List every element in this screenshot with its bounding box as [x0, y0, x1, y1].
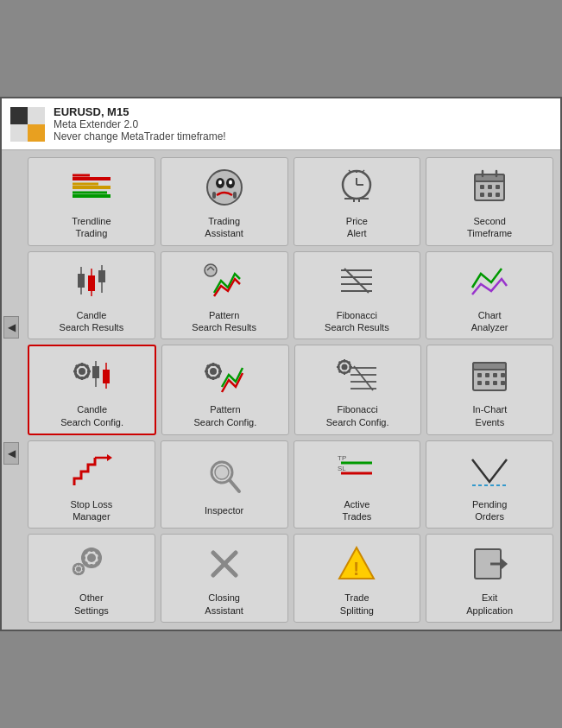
svg-line-128: [74, 572, 76, 573]
svg-rect-91: [477, 373, 482, 377]
svg-line-49: [344, 269, 369, 293]
second-timeframe-cell[interactable]: SecondTimeframe: [426, 157, 553, 246]
active-trades-icon: TP SL: [334, 448, 379, 493]
svg-rect-32: [488, 193, 492, 197]
grid-row-4: Stop LossManager Inspector: [28, 440, 553, 529]
svg-rect-94: [501, 373, 505, 377]
price-alert-icon: [334, 165, 379, 210]
fibonacci-search-config-label: FibonacciSearch Config.: [326, 403, 389, 428]
svg-line-103: [230, 480, 239, 491]
svg-point-42: [205, 264, 217, 276]
exit-application-icon: [467, 541, 512, 586]
fibonacci-search-config-icon: [335, 353, 380, 398]
pattern-search-config-cell[interactable]: PatternSearch Config.: [161, 345, 288, 435]
svg-rect-63: [103, 370, 110, 383]
grid-row-2: CandleSearch Results: [28, 251, 553, 340]
header: EURUSD, M15 Meta Extender 2.0 Never chan…: [2, 98, 560, 150]
grid-row-5: OtherSettings ClosingAssistant: [28, 534, 553, 623]
inspector-cell[interactable]: Inspector: [161, 440, 288, 529]
in-chart-events-icon: [467, 353, 512, 398]
trendline-trading-cell[interactable]: TrendlineTrading: [28, 157, 155, 246]
app-window: EURUSD, M15 Meta Extender 2.0 Never chan…: [0, 97, 562, 631]
candle-search-results-icon: [69, 259, 114, 304]
stop-loss-manager-icon: [69, 448, 114, 493]
pattern-search-results-cell[interactable]: PatternSearch Results: [161, 251, 288, 340]
closing-assistant-cell[interactable]: ClosingAssistant: [161, 534, 288, 623]
closing-assistant-icon: [202, 541, 247, 586]
exit-application-cell[interactable]: ExitApplication: [426, 534, 553, 623]
stop-loss-manager-label: Stop LossManager: [70, 498, 112, 523]
trendline-trading-icon: [69, 165, 114, 210]
price-alert-cell[interactable]: PriceAlert: [294, 157, 421, 246]
svg-point-13: [218, 180, 222, 185]
svg-rect-98: [501, 381, 505, 385]
candle-search-config-icon: [70, 353, 115, 398]
svg-point-50: [79, 368, 85, 375]
other-settings-label: OtherSettings: [74, 592, 109, 617]
svg-marker-100: [107, 454, 112, 461]
svg-rect-93: [493, 373, 497, 377]
inspector-icon: [202, 454, 247, 499]
header-text: EURUSD, M15 Meta Extender 2.0 Never chan…: [54, 105, 226, 142]
inspector-label: Inspector: [205, 504, 243, 516]
grid-row-1: TrendlineTrading: [28, 157, 553, 246]
in-chart-events-cell[interactable]: In-ChartEvents: [426, 345, 553, 435]
chart-analyzer-icon: [467, 259, 512, 304]
in-chart-events-label: In-ChartEvents: [473, 403, 508, 428]
active-trades-cell[interactable]: TP SL ActiveTrades: [294, 440, 421, 529]
trading-assistant-cell[interactable]: TradingAssistant: [161, 157, 288, 246]
pending-orders-icon: [467, 448, 512, 493]
candle-search-config-label: CandleSearch Config.: [60, 403, 123, 428]
pending-orders-label: PendingOrders: [472, 498, 507, 523]
pending-orders-cell[interactable]: PendingOrders: [426, 440, 553, 529]
pattern-search-results-label: PatternSearch Results: [192, 309, 256, 334]
pattern-search-results-icon: [202, 259, 247, 304]
svg-rect-3: [28, 124, 45, 142]
svg-rect-96: [485, 381, 489, 385]
fibonacci-search-results-cell[interactable]: FibonacciSearch Results: [294, 251, 421, 340]
svg-line-127: [81, 565, 83, 567]
chart-analyzer-cell[interactable]: ChartAnalyzer: [426, 251, 553, 340]
grid-row-3: CandleSearch Config.: [28, 345, 553, 435]
svg-rect-33: [496, 193, 500, 197]
svg-rect-37: [78, 274, 85, 288]
svg-rect-39: [88, 275, 95, 291]
warning-text: Never change MetaTrader timeframe!: [54, 130, 226, 142]
candle-search-results-cell[interactable]: CandleSearch Results: [28, 251, 155, 340]
svg-line-126: [81, 572, 83, 573]
svg-rect-97: [493, 381, 497, 385]
trade-splitting-label: TradeSplitting: [340, 592, 374, 617]
svg-point-14: [229, 180, 232, 185]
svg-point-102: [215, 465, 229, 479]
chart-analyzer-label: ChartAnalyzer: [471, 309, 508, 334]
grid-area: TrendlineTrading: [21, 150, 560, 630]
svg-rect-28: [480, 185, 484, 189]
arrow-up-button[interactable]: ◀: [3, 316, 19, 339]
stop-loss-manager-cell[interactable]: Stop LossManager: [28, 440, 155, 529]
other-settings-icon: [69, 541, 114, 586]
pattern-search-config-icon: [203, 353, 248, 398]
other-settings-cell[interactable]: OtherSettings: [28, 534, 155, 623]
trading-assistant-label: TradingAssistant: [205, 215, 243, 240]
trading-assistant-icon: [202, 165, 247, 210]
trade-splitting-icon: !: [334, 541, 379, 586]
exit-application-label: ExitApplication: [466, 592, 513, 617]
svg-marker-135: [501, 558, 508, 570]
currency-pair: EURUSD, M15: [54, 105, 226, 118]
second-timeframe-icon: [467, 165, 512, 210]
svg-rect-2: [10, 124, 28, 142]
arrow-down-button[interactable]: ◀: [3, 442, 19, 465]
svg-text:!: !: [353, 558, 359, 579]
svg-rect-61: [92, 366, 99, 378]
svg-line-125: [74, 565, 76, 567]
svg-point-109: [87, 554, 96, 562]
second-timeframe-label: SecondTimeframe: [467, 215, 512, 240]
candle-search-config-cell[interactable]: CandleSearch Config.: [28, 345, 156, 435]
fibonacci-search-results-icon: [334, 259, 379, 304]
pattern-search-config-label: PatternSearch Config.: [193, 403, 256, 428]
fibonacci-search-config-cell[interactable]: FibonacciSearch Config.: [294, 345, 421, 435]
price-alert-label: PriceAlert: [346, 215, 368, 240]
candle-search-results-label: CandleSearch Results: [60, 309, 124, 334]
left-panel: ◀ ◀: [2, 150, 21, 630]
trade-splitting-cell[interactable]: ! TradeSplitting: [294, 534, 421, 623]
